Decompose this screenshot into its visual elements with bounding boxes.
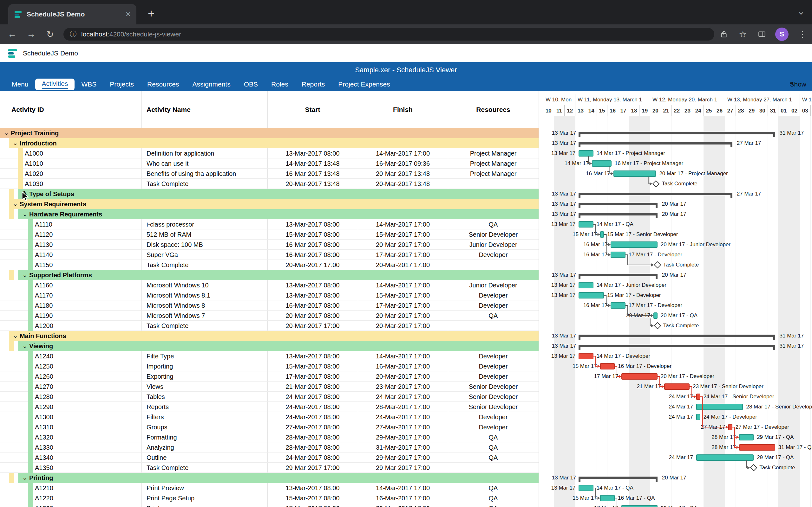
group-row[interactable]: ⌄Introduction — [0, 138, 539, 148]
task-row[interactable]: A1300Filters24-Mar-2017 08:0024-Mar-2017… — [0, 412, 539, 422]
task-indent-strip — [18, 179, 23, 189]
collapse-chevron-icon[interactable]: ⌄ — [13, 138, 18, 148]
task-row[interactable]: A1240Filte Type13-Mar-2017 08:0014-Mar-2… — [0, 351, 539, 361]
cell-finish: 17-Mar-2017 17:00 — [358, 300, 448, 311]
cell-finish: 24-Mar-2017 17:00 — [358, 412, 448, 422]
task-row[interactable]: A1150Task Complete20-Mar-2017 17:0020-Ma… — [0, 260, 539, 270]
cell-activity-id: A1210 — [35, 483, 53, 493]
task-row[interactable]: A1120512 MB of RAM15-Mar-2017 08:0015-Ma… — [0, 229, 539, 239]
task-row[interactable]: A1230Print17-Mar-2017 08:0020-Mar-2017 1… — [0, 503, 539, 507]
cell-resources: Developer — [448, 290, 539, 300]
task-row[interactable]: A1030Task Complete20-Mar-2017 13:4820-Ma… — [0, 179, 539, 189]
group-row[interactable]: ⌄Hardware Requirements — [0, 209, 539, 219]
task-row[interactable]: A1170Microsoft Windows 8.113-Mar-2017 08… — [0, 290, 539, 300]
task-row[interactable]: A1000Definition for application13-Mar-20… — [0, 148, 539, 158]
collapse-chevron-icon[interactable]: ⌄ — [13, 331, 18, 341]
task-row[interactable]: A1280Tables24-Mar-2017 08:0024-Mar-2017 … — [0, 392, 539, 402]
task-indent-strip — [28, 229, 33, 239]
task-row[interactable]: A1290Reports24-Mar-2017 08:0028-Mar-2017… — [0, 402, 539, 412]
task-indent-strip — [28, 260, 33, 270]
cell-activity-name: Who can use it — [147, 158, 189, 169]
cell-finish: 23-Mar-2017 17:00 — [358, 382, 448, 392]
cell-resources: Senior Developer — [448, 392, 539, 402]
cell-activity-id: A1030 — [25, 179, 43, 189]
cell-activity-name: Definition for application — [147, 148, 214, 158]
group-row-background — [9, 199, 539, 209]
task-row[interactable]: A1250Importing15-Mar-2017 08:0016-Mar-20… — [0, 361, 539, 372]
task-row[interactable]: A1350Task Complete29-Mar-2017 17:0029-Ma… — [0, 463, 539, 473]
task-indent-strip — [28, 483, 33, 493]
parent-indent-strip — [9, 270, 14, 280]
task-indent-strip — [28, 442, 33, 452]
group-row[interactable]: ⌄Supported Platforms — [0, 270, 539, 280]
task-indent-strip — [18, 148, 23, 158]
task-row[interactable]: A1260Exporting17-Mar-2017 08:0020-Mar-20… — [0, 372, 539, 382]
task-row[interactable]: A1310Groups27-Mar-2017 08:0027-Mar-2017 … — [0, 422, 539, 432]
cell-resources: Developer — [448, 412, 539, 422]
group-row[interactable]: ⌄Main Functions — [0, 331, 539, 341]
collapse-chevron-icon[interactable]: ⌄ — [22, 473, 28, 483]
task-row[interactable]: A1140Super VGa16-Mar-2017 08:0017-Mar-20… — [0, 250, 539, 260]
cell-finish: 17-Mar-2017 17:00 — [358, 250, 448, 260]
cell-finish: 14-Mar-2017 17:00 — [358, 280, 448, 290]
task-row[interactable]: A1320Formatting28-Mar-2017 08:0029-Mar-2… — [0, 432, 539, 442]
task-row[interactable]: A1010Who can use it14-Mar-2017 13:4816-M… — [0, 158, 539, 169]
cell-resources: QA — [448, 452, 539, 463]
cell-activity-id: A1010 — [25, 158, 43, 169]
group-row-background — [18, 270, 539, 280]
task-indent-strip — [28, 392, 33, 402]
cell-activity-name: Filters — [147, 412, 164, 422]
cell-finish: 24-Mar-2017 17:00 — [358, 392, 448, 402]
task-row[interactable]: A1200Task Complete20-Mar-2017 17:0020-Ma… — [0, 321, 539, 331]
task-row[interactable]: A1270Views21-Mar-2017 08:0023-Mar-2017 1… — [0, 382, 539, 392]
task-row[interactable]: A1110i-class processor13-Mar-2017 08:001… — [0, 219, 539, 229]
cell-start: 24-Mar-2017 08:00 — [267, 392, 358, 402]
cell-finish: 14-Mar-2017 17:00 — [358, 148, 448, 158]
cell-activity-name: Microsoft Windows 8 — [147, 300, 205, 311]
task-row[interactable]: A1210Print Preview13-Mar-2017 08:0014-Ma… — [0, 483, 539, 493]
task-indent-strip — [28, 452, 33, 463]
cell-finish: 14-Mar-2017 17:00 — [358, 219, 448, 229]
collapse-chevron-icon[interactable]: ⌄ — [13, 199, 18, 209]
group-label: Introduction — [20, 138, 57, 148]
task-indent-strip — [28, 463, 33, 473]
cell-activity-name: Filte Type — [147, 351, 174, 361]
cell-start: 13-Mar-2017 08:00 — [267, 483, 358, 493]
cell-finish: 15-Mar-2017 17:00 — [358, 229, 448, 239]
group-row[interactable]: ❯Type of Setups — [0, 189, 539, 199]
cell-start: 28-Mar-2017 08:00 — [267, 442, 358, 452]
cell-finish: 20-Mar-2017 13:48 — [358, 169, 448, 179]
cell-finish: 20-Mar-2017 13:48 — [358, 179, 448, 189]
cell-resources: Senior Developer — [448, 402, 539, 412]
collapse-chevron-icon[interactable]: ⌄ — [22, 341, 28, 351]
task-row[interactable]: A1160Microsoft Windows 1013-Mar-2017 08:… — [0, 280, 539, 290]
task-indent-strip — [28, 311, 33, 321]
group-row-background — [18, 473, 539, 483]
cell-activity-name: Task Complete — [147, 179, 189, 189]
cell-activity-name: Task Complete — [147, 463, 189, 473]
group-row[interactable]: ⌄Viewing — [0, 341, 539, 351]
cell-activity-name: 512 MB of RAM — [147, 229, 191, 239]
collapse-chevron-icon[interactable]: ⌄ — [22, 209, 28, 219]
cell-start: 24-Mar-2017 08:00 — [267, 402, 358, 412]
cell-activity-name: Task Complete — [147, 260, 189, 270]
task-row[interactable]: A1020Benefits of using tha application16… — [0, 169, 539, 179]
group-row[interactable]: ⌄Printing — [0, 473, 539, 483]
cell-activity-name: Microsoft Windows 10 — [147, 280, 209, 290]
cell-resources: Junior Developer — [448, 280, 539, 290]
task-row[interactable]: A1180Microsoft Windows 816-Mar-2017 08:0… — [0, 300, 539, 311]
cell-start: 16-Mar-2017 08:00 — [267, 250, 358, 260]
group-row[interactable]: ⌄System Requirements — [0, 199, 539, 209]
cell-activity-id: A1230 — [35, 503, 53, 507]
cell-start: 29-Mar-2017 17:00 — [267, 463, 358, 473]
task-row[interactable]: A1130Disk space: 100 MB16-Mar-2017 08:00… — [0, 239, 539, 250]
task-row[interactable]: A1330Analyzing28-Mar-2017 08:0031-Mar-20… — [0, 442, 539, 452]
collapse-chevron-icon[interactable]: ⌄ — [22, 270, 28, 280]
group-row[interactable]: ⌄Project Training — [0, 128, 539, 138]
task-row[interactable]: A1340Outline24-Mar-2017 08:0029-Mar-2017… — [0, 452, 539, 463]
collapse-chevron-icon[interactable]: ⌄ — [4, 128, 9, 138]
cell-start: 13-Mar-2017 08:00 — [267, 219, 358, 229]
cell-activity-id: A1000 — [25, 148, 43, 158]
task-row[interactable]: A1190Microsoft Windows 720-Mar-2017 08:0… — [0, 311, 539, 321]
task-row[interactable]: A1220Print Page Setup15-Mar-2017 08:0016… — [0, 493, 539, 503]
